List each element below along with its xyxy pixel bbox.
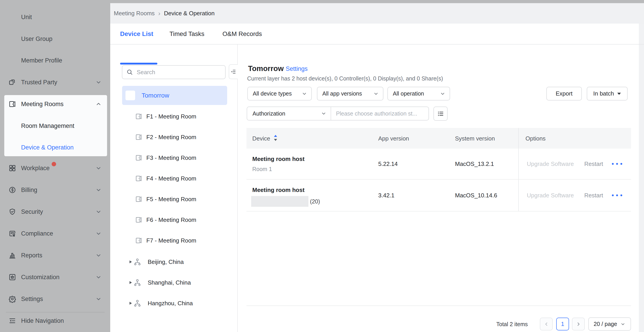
restart-link[interactable]: Restart [584, 160, 603, 168]
sidebar: Unit User Group Member Profile Trusted P… [0, 0, 110, 332]
tree-node-label: F2 - Meeting Room [146, 134, 196, 141]
select-value: Authorization [252, 110, 285, 117]
tree-node-root[interactable]: Tomorrow [122, 86, 227, 105]
meeting-room-door-icon [135, 196, 142, 203]
tree-node-org[interactable]: Beijing, China [110, 254, 238, 269]
chevron-down-icon [95, 274, 102, 280]
expand-caret-icon[interactable] [129, 260, 132, 264]
operation-select[interactable]: All operation [388, 87, 450, 100]
tab-timed-tasks[interactable]: Timed Tasks [170, 24, 204, 44]
tree-node-room[interactable]: F1 - Meeting Room [110, 109, 238, 124]
expand-caret-icon[interactable] [129, 281, 132, 284]
app-versions-select[interactable]: All app versions [317, 87, 384, 100]
page-size-value: 20 / page [594, 321, 617, 327]
sidebar-item-security[interactable]: Security [0, 205, 110, 219]
column-header-device[interactable]: Device [252, 135, 270, 142]
page-size-select[interactable]: 20 / page [588, 317, 631, 331]
security-shield-icon [8, 208, 16, 216]
tree-node-label: F7 - Meeting Room [146, 237, 196, 244]
chevron-down-icon [95, 208, 102, 215]
screen: Unit User Group Member Profile Trusted P… [0, 0, 644, 332]
breadcrumb-parent[interactable]: Meeting Rooms [114, 10, 155, 17]
chevron-left-icon [544, 321, 549, 327]
sidebar-item-trusted-party[interactable]: Trusted Party [0, 75, 110, 89]
column-settings-button[interactable] [434, 107, 448, 121]
pagination-total: Total 2 items [496, 321, 528, 327]
notification-dot [52, 162, 56, 166]
tree-node-room[interactable]: F7 - Meeting Room [110, 233, 238, 248]
expand-caret-icon[interactable] [129, 301, 132, 305]
sidebar-item-user-group[interactable]: User Group [0, 32, 110, 46]
sidebar-item-workplace[interactable]: Workplace [0, 161, 110, 175]
authorization-select[interactable]: Authorization [247, 107, 331, 120]
previous-page-button[interactable] [540, 318, 553, 330]
sidebar-item-billing[interactable]: Billing [0, 183, 110, 197]
sidebar-item-label: Settings [21, 296, 43, 302]
sidebar-item-unit[interactable]: Unit [0, 10, 110, 24]
node-icon-placeholder [126, 91, 135, 100]
device-name: Meeting room host [252, 155, 304, 162]
sidebar-item-reports[interactable]: Reports [0, 248, 110, 263]
scrollbar-gutter[interactable] [639, 24, 644, 332]
device-list-panel: Tomorrow Settings Current layer has 2 ho… [238, 45, 639, 332]
sidebar-item-room-management[interactable]: Room Management [0, 119, 110, 133]
row-divider [246, 179, 631, 180]
sidebar-item-label: Workplace [21, 165, 50, 172]
column-header-options: Options [526, 135, 546, 142]
settings-gear-icon [8, 295, 16, 303]
hide-navigation-button[interactable]: Hide Navigation [0, 313, 110, 328]
sidebar-item-label: Reports [21, 252, 42, 259]
tree-node-room[interactable]: F3 - Meeting Room [110, 150, 238, 165]
workplace-icon [8, 164, 16, 172]
in-batch-button[interactable]: In batch [587, 87, 628, 100]
tree-node-room[interactable]: F4 - Meeting Room [110, 171, 238, 186]
chevron-right-icon [576, 321, 581, 327]
page-number-button[interactable]: 1 [556, 318, 569, 330]
sidebar-item-settings[interactable]: Settings [0, 292, 110, 306]
tree-node-label: Hangzhou, China [148, 300, 193, 307]
export-button[interactable]: Export [546, 87, 582, 100]
tree-node-org[interactable]: Hangzhou, China [110, 296, 238, 311]
next-page-button[interactable] [572, 318, 585, 330]
hide-navigation-label: Hide Navigation [21, 317, 64, 324]
upgrade-software-link[interactable]: Upgrade Software [527, 192, 574, 199]
restart-link[interactable]: Restart [584, 192, 603, 199]
collapse-tree-button[interactable] [229, 64, 238, 79]
sidebar-item-member-profile[interactable]: Member Profile [0, 53, 110, 68]
tab-device-list[interactable]: Device List [120, 24, 153, 44]
meeting-room-door-icon [135, 133, 142, 141]
upgrade-software-link[interactable]: Upgrade Software [527, 160, 574, 168]
sort-icon[interactable] [274, 134, 278, 142]
settings-link[interactable]: Settings [286, 65, 308, 72]
tree-node-room[interactable]: F6 - Meeting Room [110, 212, 238, 227]
sidebar-item-meeting-rooms[interactable]: Meeting Rooms [0, 97, 110, 111]
select-value: All device types [253, 90, 292, 97]
org-structure-icon [134, 299, 141, 307]
device-summary-text: Current layer has 2 host device(s), 0 Co… [247, 75, 443, 82]
meeting-room-door-icon [135, 216, 142, 223]
device-name: Meeting room host [252, 187, 304, 194]
tree-node-room[interactable]: F5 - Meeting Room [110, 192, 238, 207]
column-header-system-version: System version [455, 135, 495, 142]
tree-node-org[interactable]: Shanghai, China [110, 275, 238, 290]
list-icon [437, 110, 444, 117]
compliance-icon [8, 230, 16, 237]
more-actions-icon[interactable] [612, 163, 622, 165]
breadcrumb-current: Device & Operation [164, 10, 214, 17]
sidebar-item-label: Room Management [21, 122, 74, 129]
device-types-select[interactable]: All device types [247, 87, 312, 100]
redacted-room-name [251, 196, 308, 207]
sidebar-item-compliance[interactable]: Compliance [0, 226, 110, 241]
sidebar-item-device-operation[interactable]: Device & Operation [0, 140, 110, 155]
search-input[interactable] [136, 69, 225, 76]
more-actions-icon[interactable] [612, 194, 622, 197]
authorization-status-input[interactable] [331, 110, 428, 117]
sidebar-item-label: Unit [21, 14, 32, 21]
device-room-count: (20) [310, 198, 320, 205]
sidebar-item-label: User Group [21, 36, 52, 43]
sidebar-item-label: Meeting Rooms [21, 101, 64, 108]
tree-node-room[interactable]: F2 - Meeting Room [110, 130, 238, 144]
sidebar-item-customization[interactable]: Customization [0, 270, 110, 284]
chevron-down-icon [95, 187, 102, 193]
tab-om-records[interactable]: O&M Records [222, 24, 262, 44]
